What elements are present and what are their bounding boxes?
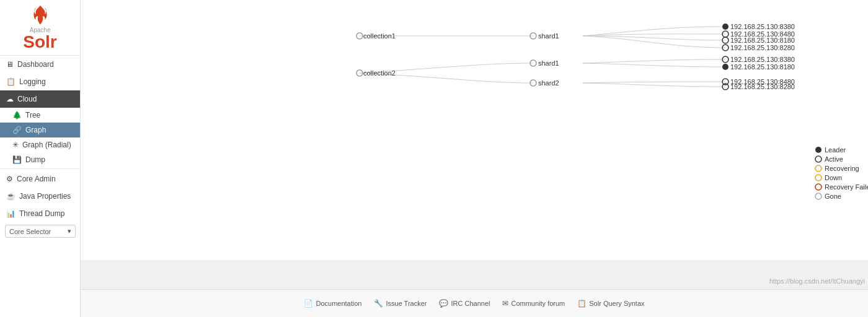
footer-issue-tracker[interactable]: 🔧 Issue Tracker <box>374 299 427 308</box>
shard1b-label: shard1 <box>538 59 559 67</box>
footer-query-syntax-label: Solr Query Syntax <box>589 300 644 307</box>
footer-documentation[interactable]: 📄 Documentation <box>304 299 361 308</box>
svg-text:Recovering: Recovering <box>825 165 859 172</box>
sidebar-item-dump[interactable]: 💾 Dump <box>0 152 80 167</box>
svg-text:Recovery Failed: Recovery Failed <box>825 183 868 191</box>
dashboard-icon: 🖥 <box>6 60 14 69</box>
java-icon: ☕ <box>6 192 16 201</box>
footer-issue-tracker-label: Issue Tracker <box>386 300 427 307</box>
core-selector-label: Core Selector <box>9 228 51 235</box>
svg-text:192.168.25.130:8180: 192.168.25.130:8180 <box>730 37 795 44</box>
cloud-icon: ☁ <box>6 95 14 103</box>
sidebar: Apache Solr 🖥 Dashboard 📋 Logging ☁ Clou… <box>0 0 81 317</box>
svg-point-25 <box>815 165 822 172</box>
svg-point-29 <box>815 184 822 190</box>
footer-community-forum[interactable]: ✉ Community forum <box>502 299 565 308</box>
tree-icon: 🌲 <box>12 111 22 119</box>
footer: 📄 Documentation 🔧 Issue Tracker 💬 IRC Ch… <box>81 289 868 317</box>
svg-text:Down: Down <box>825 174 842 181</box>
svg-point-21 <box>815 147 822 153</box>
svg-point-27 <box>815 175 822 181</box>
watermark: https://blog.csdn.net/ItChuangyi <box>766 276 868 286</box>
svg-text:192.168.25.130:8180: 192.168.25.130:8180 <box>730 63 795 71</box>
graph-radial-icon: ✳ <box>12 141 19 149</box>
sidebar-item-tree[interactable]: 🌲 Tree <box>0 108 80 123</box>
collection2-label: collection2 <box>363 69 396 77</box>
sidebar-label-dashboard: Dashboard <box>17 60 54 69</box>
sidebar-label-graph-radial: Graph (Radial) <box>22 141 71 149</box>
sidebar-item-cloud[interactable]: ☁ Cloud <box>0 90 80 108</box>
dump-icon: 💾 <box>12 155 22 164</box>
solr-text: Solr <box>23 33 56 51</box>
svg-text:192.168.25.130:8380: 192.168.25.130:8380 <box>730 56 795 63</box>
core-selector-area: Core Selector ▾ <box>0 220 81 243</box>
svg-text:192.168.25.130:8280: 192.168.25.130:8280 <box>730 83 795 90</box>
sidebar-label-dump: Dump <box>25 155 45 164</box>
svg-point-5 <box>722 24 728 30</box>
sidebar-label-logging: Logging <box>19 77 46 86</box>
issue-tracker-icon: 🔧 <box>374 299 383 308</box>
dropdown-chevron-icon: ▾ <box>68 227 71 235</box>
footer-documentation-label: Documentation <box>316 300 361 307</box>
svg-text:192.168.25.130:8280: 192.168.25.130:8280 <box>730 44 795 51</box>
sidebar-label-graph: Graph <box>25 126 46 134</box>
sidebar-item-dashboard[interactable]: 🖥 Dashboard <box>0 56 80 73</box>
svg-text:Gone: Gone <box>825 193 841 200</box>
query-syntax-icon: 📋 <box>577 299 587 308</box>
sidebar-label-thread-dump: Thread Dump <box>19 209 64 218</box>
main-content: collection1 collection2 shard1 shard1 sh… <box>81 0 868 260</box>
solr-flame-icon <box>29 4 51 27</box>
logo-area: Apache Solr <box>0 0 80 56</box>
shard2-label: shard2 <box>538 79 559 87</box>
shard1a-label: shard1 <box>538 32 559 40</box>
footer-irc-label: IRC Channel <box>451 300 490 307</box>
sidebar-label-cloud: Cloud <box>17 95 37 103</box>
graph-svg: collection1 collection2 shard1 shard1 sh… <box>81 0 868 260</box>
footer-solr-query-syntax[interactable]: 📋 Solr Query Syntax <box>577 299 644 308</box>
core-selector-dropdown[interactable]: Core Selector ▾ <box>5 225 76 238</box>
footer-irc-channel[interactable]: 💬 IRC Channel <box>439 299 490 308</box>
svg-point-31 <box>815 193 822 199</box>
svg-point-15 <box>722 64 728 70</box>
nav-separator-1 <box>0 168 80 169</box>
sidebar-item-graph[interactable]: 🔗 Graph <box>0 123 80 137</box>
collection1-label: collection1 <box>363 32 396 40</box>
svg-text:Leader: Leader <box>825 146 846 154</box>
sidebar-item-java-properties[interactable]: ☕ Java Properties <box>0 188 80 205</box>
svg-point-23 <box>815 156 822 162</box>
graph-icon: 🔗 <box>12 126 22 134</box>
sidebar-label-java-properties: Java Properties <box>19 192 71 201</box>
thread-dump-icon: 📊 <box>6 209 16 218</box>
sidebar-label-core-admin: Core Admin <box>17 175 56 183</box>
sidebar-item-graph-radial[interactable]: ✳ Graph (Radial) <box>0 137 80 152</box>
sidebar-item-core-admin[interactable]: ⚙ Core Admin <box>0 170 80 188</box>
solr-logo: Apache Solr <box>23 4 56 51</box>
irc-icon: 💬 <box>439 299 448 308</box>
sidebar-item-logging[interactable]: 📋 Logging <box>0 73 80 90</box>
svg-text:Active: Active <box>825 155 843 163</box>
forum-icon: ✉ <box>502 299 508 308</box>
footer-community-label: Community forum <box>511 300 565 307</box>
documentation-icon: 📄 <box>304 299 313 308</box>
logging-icon: 📋 <box>6 77 16 86</box>
core-admin-icon: ⚙ <box>6 175 13 183</box>
sidebar-label-tree: Tree <box>25 111 40 119</box>
svg-text:192.168.25.130:8380: 192.168.25.130:8380 <box>730 23 795 30</box>
